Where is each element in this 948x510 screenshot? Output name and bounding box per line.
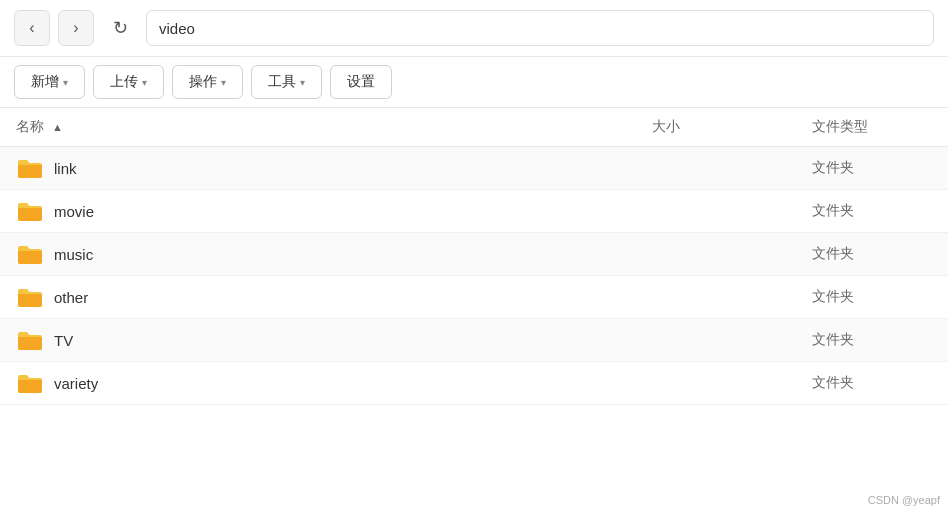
header-name: 名称 ▲ — [16, 118, 652, 136]
back-icon: ‹ — [29, 19, 34, 37]
add-button[interactable]: 新增 ▾ — [14, 65, 85, 99]
settings-label: 设置 — [347, 73, 375, 91]
folder-icon — [16, 286, 44, 308]
add-arrow-icon: ▾ — [63, 77, 68, 88]
folder-icon — [16, 243, 44, 265]
action-arrow-icon: ▾ — [221, 77, 226, 88]
sort-icon: ▲ — [52, 121, 63, 133]
table-row[interactable]: TV 文件夹 — [0, 319, 948, 362]
add-label: 新增 — [31, 73, 59, 91]
back-button[interactable]: ‹ — [14, 10, 50, 46]
header-type: 文件类型 — [812, 118, 932, 136]
file-type: 文件夹 — [812, 159, 932, 177]
table-row[interactable]: movie 文件夹 — [0, 190, 948, 233]
file-name: movie — [54, 203, 652, 220]
settings-button[interactable]: 设置 — [330, 65, 392, 99]
file-name: link — [54, 160, 652, 177]
folder-icon — [16, 329, 44, 351]
action-label: 操作 — [189, 73, 217, 91]
action-toolbar: 新增 ▾ 上传 ▾ 操作 ▾ 工具 ▾ 设置 — [0, 57, 948, 108]
file-name: variety — [54, 375, 652, 392]
file-type: 文件夹 — [812, 331, 932, 349]
file-type: 文件夹 — [812, 374, 932, 392]
table-row[interactable]: other 文件夹 — [0, 276, 948, 319]
folder-icon — [16, 372, 44, 394]
file-name: TV — [54, 332, 652, 349]
folder-icon — [16, 157, 44, 179]
file-name: other — [54, 289, 652, 306]
file-name: music — [54, 246, 652, 263]
table-row[interactable]: link 文件夹 — [0, 147, 948, 190]
folder-icon — [16, 200, 44, 222]
tools-button[interactable]: 工具 ▾ — [251, 65, 322, 99]
tools-arrow-icon: ▾ — [300, 77, 305, 88]
nav-toolbar: ‹ › ↻ — [0, 0, 948, 57]
watermark: CSDN @yeapf — [868, 494, 940, 506]
upload-label: 上传 — [110, 73, 138, 91]
file-type: 文件夹 — [812, 245, 932, 263]
path-input[interactable] — [146, 10, 934, 46]
file-type: 文件夹 — [812, 202, 932, 220]
refresh-button[interactable]: ↻ — [102, 10, 138, 46]
table-row[interactable]: music 文件夹 — [0, 233, 948, 276]
action-button[interactable]: 操作 ▾ — [172, 65, 243, 99]
file-type: 文件夹 — [812, 288, 932, 306]
upload-button[interactable]: 上传 ▾ — [93, 65, 164, 99]
forward-icon: › — [73, 19, 78, 37]
header-size: 大小 — [652, 118, 812, 136]
upload-arrow-icon: ▾ — [142, 77, 147, 88]
refresh-icon: ↻ — [113, 17, 128, 39]
file-table: 名称 ▲ 大小 文件类型 link 文件夹 movie 文件夹 — [0, 108, 948, 405]
table-header: 名称 ▲ 大小 文件类型 — [0, 108, 948, 147]
forward-button[interactable]: › — [58, 10, 94, 46]
tools-label: 工具 — [268, 73, 296, 91]
table-row[interactable]: variety 文件夹 — [0, 362, 948, 405]
